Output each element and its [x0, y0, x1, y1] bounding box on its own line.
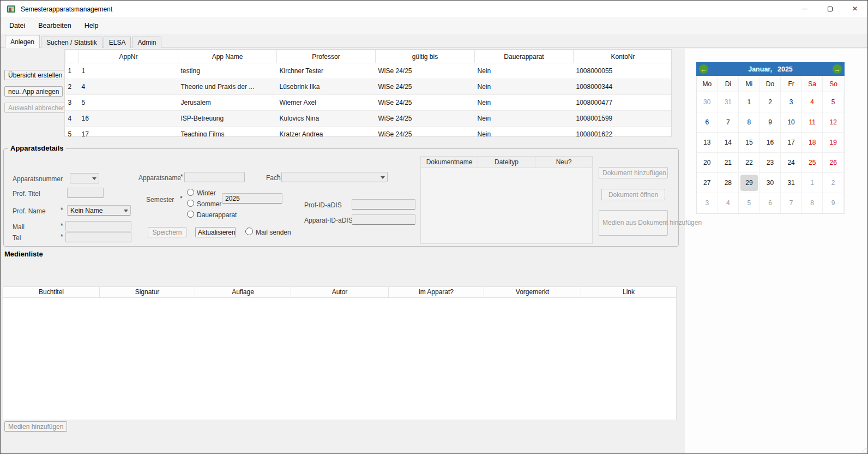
mail-field[interactable]	[65, 221, 131, 231]
media-column-header-link[interactable]: Link	[581, 287, 676, 297]
medien-aus-dokument-button[interactable]: Medien aus Dokument hinzufügen	[599, 210, 668, 236]
calendar-day-25[interactable]: 25	[802, 153, 823, 173]
column-header-appnr[interactable]: AppNr	[79, 50, 178, 63]
calendar-day-14[interactable]: 14	[718, 133, 739, 153]
calendar-day-7[interactable]: 7	[781, 193, 802, 213]
calendar-day-13[interactable]: 13	[697, 133, 718, 153]
doc-column-header-dokumentname[interactable]: Dokumentname	[421, 157, 478, 168]
column-header-kontonr[interactable]: KontoNr	[574, 50, 672, 63]
calendar-day-21[interactable]: 21	[718, 153, 739, 173]
aktualisieren-button[interactable]: Aktualisieren	[195, 227, 236, 237]
winter-radio[interactable]	[187, 189, 194, 196]
calendar-day-28[interactable]: 28	[718, 173, 739, 193]
dokument-oeffnen-button[interactable]: Dokument öffnen	[601, 189, 665, 200]
column-header-professor[interactable]: Professor	[277, 50, 376, 63]
dokument-hinzufuegen-button[interactable]: Dokument hinzufügen	[599, 167, 668, 178]
calendar-day-30[interactable]: 30	[697, 92, 718, 112]
speichern-button[interactable]: Speichern	[148, 227, 186, 237]
calendar-day-16[interactable]: 16	[760, 133, 781, 153]
calendar-day-4[interactable]: 4	[718, 193, 739, 213]
calendar-day-23[interactable]: 23	[760, 153, 781, 173]
tab-anlegen[interactable]: Anlegen	[5, 35, 40, 48]
menu-item-help[interactable]: Help	[78, 19, 105, 32]
calendar-day-30[interactable]: 30	[760, 173, 781, 193]
app-table-row[interactable]: 517Teaching FilmsKratzer AndreaWiSe 24/2…	[65, 127, 672, 138]
menu-item-bearbeiten[interactable]: Bearbeiten	[32, 19, 77, 32]
apparatsname-field[interactable]	[184, 172, 245, 182]
calendar-day-2[interactable]: 2	[823, 173, 844, 193]
maximize-button[interactable]	[817, 1, 842, 17]
calendar-next-button[interactable]	[833, 64, 842, 74]
calendar-day-8[interactable]: 8	[802, 193, 823, 213]
calendar-day-11[interactable]: 11	[802, 112, 823, 133]
calendar-day-4[interactable]: 4	[802, 92, 823, 112]
app-table-row[interactable]: 24Theorie und Praxis der ...Lüsebrink Il…	[65, 79, 672, 95]
auswahl-abbrechen-button[interactable]: Auswahl abbrechen	[4, 103, 69, 113]
calendar-day-15[interactable]: 15	[739, 133, 760, 153]
calendar-day-10[interactable]: 10	[781, 112, 802, 133]
mail-senden-checkbox[interactable]	[245, 228, 253, 235]
app-table-row[interactable]: 11testingKirchner TesterWiSe 24/25Nein10…	[65, 63, 672, 79]
calendar-day-29[interactable]: 29	[739, 173, 760, 193]
calendar-prev-button[interactable]	[699, 64, 708, 74]
tab-elsa[interactable]: ELSA	[104, 37, 131, 48]
app-table-row[interactable]: 35JerusalemWiemer AxelWiSe 24/25Nein1008…	[65, 95, 672, 111]
calendar-day-3[interactable]: 3	[697, 193, 718, 213]
media-column-header-signatur[interactable]: Signatur	[100, 287, 195, 297]
tab-admin[interactable]: Admin	[132, 37, 161, 48]
doc-column-header-neu[interactable]: Neu?	[535, 157, 592, 168]
minimize-button[interactable]	[792, 1, 817, 17]
calendar-day-27[interactable]: 27	[697, 173, 718, 193]
calendar-day-1[interactable]: 1	[739, 92, 760, 112]
calendar-day-26[interactable]: 26	[823, 153, 844, 173]
document-table-header: DokumentnameDateitypNeu?	[421, 157, 592, 168]
calendar-day-17[interactable]: 17	[781, 133, 802, 153]
medien-hinzufuegen-button[interactable]: Medien hinzufügen	[4, 421, 67, 432]
prof-name-select[interactable]: Kein Name	[67, 205, 131, 216]
calendar-day-31[interactable]: 31	[718, 92, 739, 112]
calendar-day-2[interactable]: 2	[760, 92, 781, 112]
doc-column-header-dateityp[interactable]: Dateityp	[478, 157, 535, 168]
tel-field[interactable]	[65, 232, 131, 242]
apparat-id-adis-field[interactable]	[352, 214, 415, 225]
calendar-day-22[interactable]: 22	[739, 153, 760, 173]
calendar-day-19[interactable]: 19	[823, 133, 844, 153]
prof-id-adis-field[interactable]	[352, 199, 415, 210]
column-header-app-name[interactable]: App Name	[178, 50, 277, 63]
calendar-day-9[interactable]: 9	[823, 193, 844, 213]
calendar-day-31[interactable]: 31	[781, 173, 802, 193]
dauerapparat-radio[interactable]	[187, 211, 194, 218]
neu-app-anlegen-button[interactable]: neu. App anlegen	[4, 86, 63, 97]
close-button[interactable]	[842, 1, 867, 17]
column-header-gültig-bis[interactable]: gültig bis	[376, 50, 475, 63]
media-column-header-im-apparat[interactable]: im Apparat?	[389, 287, 484, 297]
apparatsnummer-select[interactable]	[70, 173, 99, 183]
media-column-header-auflage[interactable]: Auflage	[195, 287, 291, 297]
app-table-row[interactable]: 416ISP-BetreuungKulovics NinaWiSe 24/25N…	[65, 111, 672, 127]
media-column-header-buchtitel[interactable]: Buchtitel	[3, 287, 100, 297]
calendar-day-5[interactable]: 5	[739, 193, 760, 213]
day-number: 31	[787, 179, 794, 187]
calendar-day-12[interactable]: 12	[823, 112, 844, 133]
menu-item-datei[interactable]: Datei	[3, 19, 32, 32]
calendar-day-1[interactable]: 1	[802, 173, 823, 193]
prof-titel-field[interactable]	[67, 188, 104, 198]
calendar-day-18[interactable]: 18	[802, 133, 823, 153]
sommer-radio[interactable]	[187, 200, 194, 207]
semester-year-field[interactable]: 2025	[222, 193, 282, 204]
calendar-day-7[interactable]: 7	[718, 112, 739, 133]
calendar-day-5[interactable]: 5	[823, 92, 844, 112]
calendar-day-24[interactable]: 24	[781, 153, 802, 173]
calendar-day-20[interactable]: 20	[697, 153, 718, 173]
tab-suchen-statistik[interactable]: Suchen / Statistik	[41, 37, 103, 48]
fach-select[interactable]	[281, 172, 388, 182]
media-column-header-vorgemerkt[interactable]: Vorgemerkt	[484, 287, 581, 297]
calendar-day-8[interactable]: 8	[739, 112, 760, 133]
column-header-dauerapparat[interactable]: Dauerapparat	[475, 50, 574, 63]
calendar-day-6[interactable]: 6	[697, 112, 718, 133]
calendar-day-3[interactable]: 3	[781, 92, 802, 112]
calendar-day-6[interactable]: 6	[760, 193, 781, 213]
media-column-header-autor[interactable]: Autor	[291, 287, 389, 297]
übersicht-erstellen-button[interactable]: Übersicht erstellen	[4, 70, 66, 80]
calendar-day-9[interactable]: 9	[760, 112, 781, 133]
